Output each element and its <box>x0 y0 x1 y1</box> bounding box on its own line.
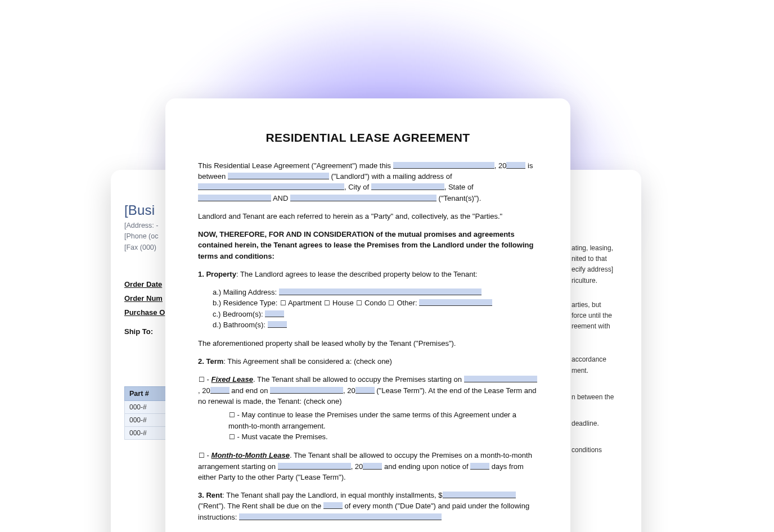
text-fragment: accordance <box>572 355 606 363</box>
section-3-rent: 3. Rent: The Tenant shall pay the Landlo… <box>198 490 538 522</box>
blank-due-day[interactable] <box>323 502 343 509</box>
text-fragment: n between the <box>572 393 614 401</box>
checkbox-m2m-lease[interactable]: ☐ <box>198 451 205 461</box>
text-fragment: nited to that <box>572 255 607 263</box>
blank-tenant[interactable] <box>290 195 436 201</box>
text-fragment: force until the <box>572 312 612 319</box>
property-bedrooms: c.) Bedroom(s): <box>213 309 538 319</box>
parties-paragraph: Landlord and Tenant are each referred to… <box>198 211 538 222</box>
checkbox-continue-lease[interactable]: ☐ <box>228 411 235 421</box>
document-title: RESIDENTIAL LEASE AGREEMENT <box>198 131 538 145</box>
blank-other-type[interactable] <box>419 299 492 306</box>
section-1-property: 1. Property: The Landlord agrees to leas… <box>198 269 538 279</box>
blank-payment-instructions[interactable] <box>239 513 442 520</box>
section-4-security-deposit: 4. Security Deposit: As part of this Agr… <box>198 530 538 532</box>
blank-m2m-year[interactable] <box>363 463 382 470</box>
text-fragment: ment. <box>572 367 588 375</box>
text-fragment: deadline. <box>572 420 599 427</box>
fixed-lease-option: ☐ - Fixed Lease. The Tenant shall be all… <box>198 374 538 407</box>
property-mailing-address: a.) Mailing Address: <box>213 287 538 297</box>
checkbox-vacate[interactable]: ☐ <box>228 432 235 443</box>
text-fragment: arties, but <box>572 301 601 309</box>
blank-fixed-start[interactable] <box>464 376 537 382</box>
blank-rent-amount[interactable] <box>443 492 516 498</box>
text-fragment: riculture. <box>572 277 597 285</box>
property-residence-type: b.) Residence Type: ☐ Apartment ☐ House … <box>213 297 538 309</box>
fixed-lease-continue-option: ☐ - May continue to lease the Premises u… <box>228 409 538 431</box>
property-bathrooms: d.) Bathroom(s): <box>213 319 538 330</box>
recital-paragraph: NOW, THEREFORE, FOR AND IN CONSIDERATION… <box>198 229 538 262</box>
text-fragment: ecify address] <box>572 265 613 273</box>
blank-date[interactable] <box>393 162 494 169</box>
blank-fixed-end-year[interactable] <box>356 387 375 394</box>
premises-footer: The aforementioned property shall be lea… <box>198 338 538 349</box>
blank-city[interactable] <box>371 183 444 190</box>
blank-state[interactable] <box>198 195 271 201</box>
blank-landlord[interactable] <box>228 173 329 179</box>
blank-year[interactable] <box>506 162 525 169</box>
checkbox-apartment[interactable]: ☐ <box>280 299 286 309</box>
intro-paragraph: This Residential Lease Agreement ("Agree… <box>198 160 538 204</box>
document-body: This Residential Lease Agreement ("Agree… <box>198 160 538 532</box>
month-to-month-option: ☐ - Month-to-Month Lease. The Tenant sha… <box>198 450 538 483</box>
checkbox-condo[interactable]: ☐ <box>356 299 362 309</box>
section-2-term: 2. Term: This Agreement shall be conside… <box>198 356 538 367</box>
blank-fixed-start-year[interactable] <box>210 387 230 394</box>
lease-agreement-document: RESIDENTIAL LEASE AGREEMENT This Residen… <box>165 98 570 532</box>
fixed-lease-vacate-option: ☐ - Must vacate the Premises. <box>228 431 538 443</box>
checkbox-house[interactable]: ☐ <box>323 299 330 309</box>
text-fragment: reement with <box>572 322 610 330</box>
blank-m2m-start[interactable] <box>278 463 351 470</box>
blank-mail-address[interactable] <box>198 183 344 190</box>
checkbox-other[interactable]: ☐ <box>388 299 395 309</box>
blank-bedrooms[interactable] <box>265 310 284 317</box>
checkbox-fixed-lease[interactable]: ☐ <box>198 375 205 385</box>
blank-property-address[interactable] <box>279 288 482 295</box>
blank-bathrooms[interactable] <box>268 321 287 328</box>
text-fragment: conditions <box>572 446 602 454</box>
blank-notice-days[interactable] <box>470 463 489 470</box>
blank-fixed-end[interactable] <box>270 387 343 394</box>
text-fragment: ating, leasing, <box>572 244 613 252</box>
